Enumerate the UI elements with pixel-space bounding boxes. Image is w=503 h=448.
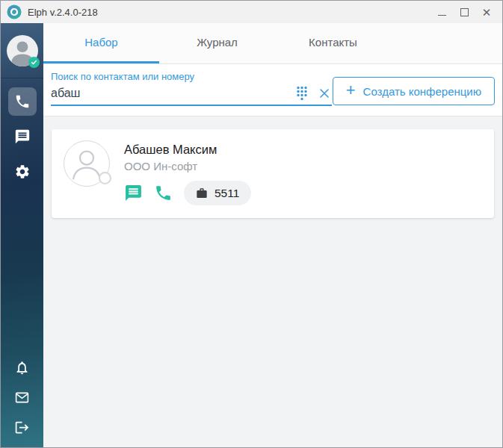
- extension-badge[interactable]: 5511: [184, 181, 251, 205]
- sidebar-item-phone[interactable]: [8, 87, 37, 116]
- contact-company: ООО Ин-софт: [124, 160, 251, 172]
- search-section: Поиск по контактам или номеру + Создать …: [43, 64, 502, 116]
- tab-dial[interactable]: Набор: [43, 23, 159, 63]
- notifications-button[interactable]: [14, 360, 30, 376]
- chat-bubble-icon: [124, 184, 143, 202]
- minimize-button[interactable]: [431, 2, 453, 22]
- clear-search-icon[interactable]: [317, 86, 332, 101]
- voicemail-button[interactable]: [14, 390, 30, 405]
- app-logo-icon: [7, 4, 22, 19]
- logout-icon: [14, 420, 30, 435]
- contact-name: Абашев Максим: [124, 143, 251, 157]
- search-input[interactable]: [51, 87, 287, 100]
- main-area: Набор Журнал Контакты Поиск по контактам…: [43, 23, 502, 447]
- online-status-check-icon: [28, 57, 40, 68]
- phone-icon: [154, 184, 173, 202]
- plus-icon: +: [346, 82, 356, 99]
- window-title: Elph v.2.4.0-218: [28, 7, 98, 18]
- phone-icon: [14, 93, 31, 110]
- minimize-icon: [438, 15, 446, 16]
- app-body: Набор Журнал Контакты Поиск по контактам…: [1, 23, 502, 447]
- contact-info: Абашев Максим ООО Ин-софт 5511: [124, 140, 251, 205]
- app-window: Elph v.2.4.0-218 ✕: [0, 0, 503, 448]
- send-message-button[interactable]: [124, 184, 143, 202]
- logout-button[interactable]: [14, 420, 30, 435]
- chat-icon: [14, 128, 31, 145]
- sidebar-bottom-nav: [1, 360, 43, 447]
- bell-icon: [14, 360, 30, 376]
- contact-card[interactable]: Абашев Максим ООО Ин-софт 5511: [52, 129, 494, 218]
- tab-bar: Набор Журнал Контакты: [43, 23, 502, 64]
- search-input-row: [51, 86, 332, 106]
- close-icon: ✕: [482, 7, 492, 18]
- tab-journal-label: Журнал: [197, 36, 238, 49]
- create-conference-button[interactable]: + Создать конференцию: [333, 77, 495, 105]
- maximize-icon: [460, 8, 469, 16]
- mail-icon: [14, 390, 30, 405]
- gear-icon: [14, 164, 31, 180]
- tab-dial-label: Набор: [84, 36, 117, 49]
- sidebar: [1, 23, 43, 447]
- tab-journal[interactable]: Журнал: [159, 23, 275, 63]
- contact-actions: 5511: [124, 181, 251, 205]
- briefcase-icon: [196, 187, 208, 199]
- sidebar-item-settings[interactable]: [8, 158, 37, 186]
- contact-avatar: [64, 140, 110, 187]
- create-conference-label: Создать конференцию: [363, 85, 481, 98]
- user-avatar-section[interactable]: [1, 23, 43, 78]
- contact-status-badge: [99, 172, 111, 184]
- search-field: Поиск по контактам или номеру: [51, 71, 332, 106]
- tab-contacts[interactable]: Контакты: [275, 23, 391, 63]
- maximize-button[interactable]: [453, 2, 475, 22]
- call-contact-button[interactable]: [154, 184, 173, 202]
- extension-number: 5511: [215, 187, 239, 200]
- search-results: Абашев Максим ООО Ин-софт 5511: [43, 116, 502, 447]
- sidebar-nav: [8, 78, 37, 186]
- dialpad-icon[interactable]: [294, 86, 309, 101]
- window-controls: ✕: [431, 2, 498, 22]
- titlebar: Elph v.2.4.0-218 ✕: [1, 1, 502, 23]
- sidebar-item-chat[interactable]: [8, 122, 37, 151]
- search-label: Поиск по контактам или номеру: [51, 71, 332, 82]
- close-button[interactable]: ✕: [475, 2, 498, 22]
- tab-contacts-label: Контакты: [309, 36, 357, 49]
